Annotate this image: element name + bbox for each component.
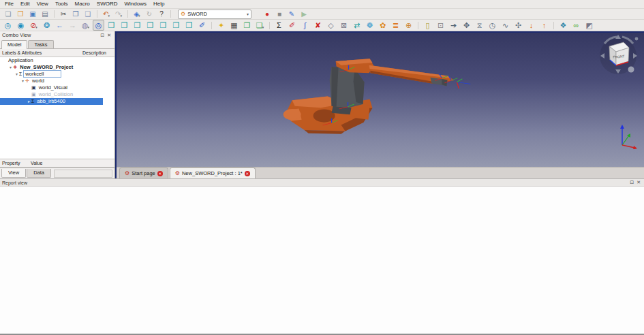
open-folder-icon[interactable]: ❐ (15, 9, 26, 19)
view-bottom-icon[interactable]: ❒ (170, 20, 182, 31)
view-right-icon[interactable]: ❒ (144, 20, 156, 31)
cut-icon[interactable]: ✂ (58, 9, 69, 19)
menu-windows[interactable]: Windows (121, 0, 149, 8)
tree-expander-icon[interactable]: ▾ (8, 65, 13, 69)
nav-back-icon[interactable]: ← (54, 20, 65, 31)
macro-stop-button[interactable]: ■ (274, 9, 285, 19)
draw-style-icon[interactable]: ◍▾ (80, 20, 91, 31)
pose-icon[interactable]: ✣ (512, 20, 524, 31)
brush-red-icon[interactable]: ✐ (286, 20, 298, 31)
nav-forward-icon[interactable]: → (67, 20, 78, 31)
tab-tasks[interactable]: Tasks (28, 40, 53, 48)
selection-filter-icon[interactable]: ⊘▾ (28, 20, 40, 31)
reach-pose-icon[interactable]: ✥ (461, 20, 472, 31)
report-view-bar: Report view ⊡ ✕ (0, 178, 644, 186)
tab-model[interactable]: Model (1, 40, 27, 49)
copy-icon[interactable]: ❐ (70, 9, 81, 19)
view-fit-all-icon[interactable]: ◎ (2, 20, 14, 31)
view-rear-icon[interactable]: ❒ (157, 20, 169, 31)
print-icon[interactable]: ▤ (40, 9, 50, 19)
document-tab[interactable]: ⚙New_SWORD_Project : 1*✕ (170, 168, 256, 178)
camera-view-icon[interactable]: ⊡ (435, 20, 446, 31)
sword-tool-1-icon[interactable]: ✦ (215, 20, 227, 31)
graph-branch-icon[interactable]: ❖ (557, 20, 569, 31)
sigma-sum-icon[interactable]: Σ (273, 20, 285, 31)
tree-item-world_collision[interactable]: ▣world_Collision (0, 91, 114, 98)
close-panel-icon[interactable]: ✕ (106, 33, 112, 38)
delete-red-icon[interactable]: ✘ (312, 20, 324, 31)
float-panel-icon[interactable]: ⊡ (628, 180, 635, 185)
macro-edit-button[interactable]: ✎ (286, 9, 297, 19)
tree-expander-icon[interactable]: ▾ (14, 71, 19, 76)
sword-tool-4-icon[interactable]: ❏▾ (254, 20, 266, 31)
new-document-icon[interactable]: ❏ (3, 9, 14, 19)
combo-bottom-field (54, 170, 112, 178)
tree-item-world_visual[interactable]: ▣world_Visual (0, 84, 114, 91)
zoom-box-icon[interactable]: ◎ (93, 20, 104, 31)
tree-item-new_sword_project[interactable]: ▾❖New_SWORD_Project (0, 64, 114, 71)
signal-wave-icon[interactable]: ∿ (500, 20, 511, 31)
orbit-path-icon[interactable]: ❁ (364, 20, 375, 31)
clock-icon[interactable]: ◷ (487, 20, 498, 31)
pentagon-icon[interactable]: ◇ (325, 20, 337, 31)
macro-record-button[interactable]: ● (262, 9, 273, 19)
menu-view[interactable]: View (33, 0, 52, 8)
menu-macro[interactable]: Macro (72, 0, 93, 8)
float-panel-icon[interactable]: ⊡ (99, 33, 106, 38)
linked-view-icon[interactable]: ❂ (41, 20, 52, 31)
tree-item-world[interactable]: ▾✛world (0, 78, 114, 84)
model-tree: Application▾❖New_SWORD_Project▾Σworkcell… (0, 57, 114, 159)
curve-blue-icon[interactable]: ∫ (299, 20, 311, 31)
menu-tools[interactable]: Tools (52, 0, 72, 8)
view-left-icon[interactable]: ❒ (183, 20, 195, 31)
close-tab-icon[interactable]: ✕ (157, 171, 163, 176)
menu-file[interactable]: File (1, 0, 17, 8)
view-top-icon[interactable]: ❒ (132, 20, 143, 31)
close-tab-icon[interactable]: ✕ (245, 171, 250, 176)
view-axonometric-icon[interactable]: ❒ (106, 20, 117, 31)
measure-icon[interactable]: ✐ (196, 20, 208, 31)
document-tab[interactable]: ⚙Start page✕ (119, 168, 168, 178)
undo-icon[interactable]: ↶▾ (101, 9, 112, 19)
navigation-cube[interactable]: FRONT (598, 34, 640, 79)
whats-this-icon[interactable]: ? (156, 9, 167, 19)
view-fit-selection-icon[interactable]: ◉ (15, 20, 27, 31)
robot-model (283, 59, 455, 134)
walk-to-icon[interactable]: ➔ (448, 20, 459, 31)
tree-item-application[interactable]: Application (0, 57, 114, 64)
swap-arrows-icon[interactable]: ⇄ (351, 20, 363, 31)
redo-icon[interactable]: ↷▾ (113, 9, 124, 19)
sword-tool-3-icon[interactable]: ❐ (241, 20, 253, 31)
macro-play-button[interactable]: ▶ (298, 9, 309, 19)
refresh-icon[interactable]: ↻ (144, 9, 155, 19)
doc-report-icon[interactable]: ▯ (422, 20, 433, 31)
sliders-icon[interactable]: ≣ (390, 20, 401, 31)
tab-data[interactable]: Data (27, 169, 51, 178)
node-link-icon[interactable]: ∞ (570, 20, 582, 31)
tree-expander-icon[interactable]: ▸ (27, 99, 31, 103)
workbench-selector[interactable]: ⚙ SWORD ▾ (178, 10, 251, 19)
view-front-icon[interactable]: ❒ (119, 20, 130, 31)
gear-path-icon[interactable]: ✿ (377, 20, 388, 31)
menu-help[interactable]: Help (150, 0, 168, 8)
paste-icon[interactable]: ❑ (82, 9, 93, 19)
tree-item-abb_irb5400[interactable]: ▸Σabb_irb5400 (0, 98, 103, 105)
tree-expander-icon[interactable]: ▾ (20, 78, 25, 83)
save-icon[interactable]: ▣ (27, 9, 38, 19)
viewport-3d[interactable]: FRONT (117, 33, 644, 167)
import-up-icon[interactable]: ↑ (538, 20, 550, 31)
shield-validate-icon[interactable]: ◈▾ (132, 9, 142, 19)
select-doc-icon[interactable]: ◩ (583, 20, 595, 31)
menu-sword[interactable]: SWORD (93, 0, 121, 8)
tree-item-workcell[interactable]: ▾Σworkcell (0, 71, 114, 78)
frame-select-icon[interactable]: ⊠ (338, 20, 350, 31)
origin-axes-indicator (615, 123, 639, 149)
tab-view[interactable]: View (1, 169, 26, 178)
hourglass-icon[interactable]: ⧖ (474, 20, 485, 31)
export-down-icon[interactable]: ↓ (525, 20, 537, 31)
menu-edit[interactable]: Edit (17, 0, 33, 8)
cube-icon: ▣ (31, 92, 36, 97)
close-panel-icon[interactable]: ✕ (635, 180, 642, 185)
sword-tool-2-icon[interactable]: ▦ (228, 20, 240, 31)
globe-config-icon[interactable]: ⊕ (403, 20, 414, 31)
